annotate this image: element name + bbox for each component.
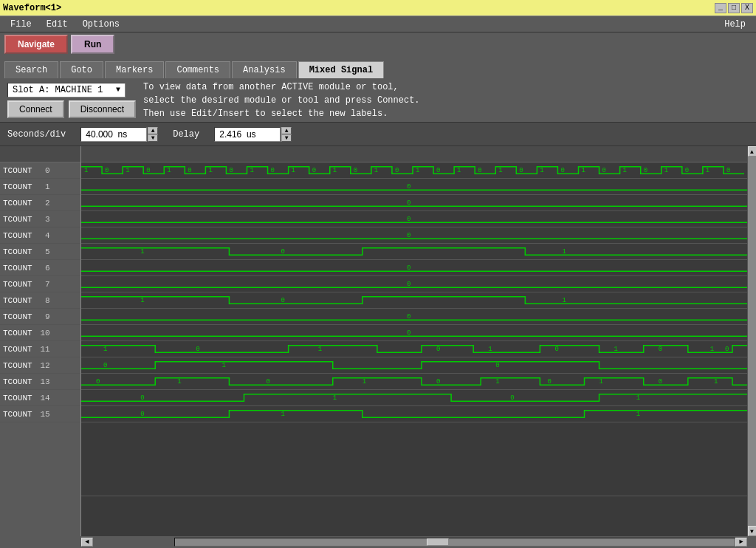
tab-analysis[interactable]: Analysis [232, 61, 297, 78]
tab-mixed-signal[interactable]: Mixed Signal [298, 61, 384, 78]
svg-text:1: 1 [562, 249, 566, 256]
svg-text:0: 0 [495, 363, 499, 370]
wave-svg-15: 0 1 1 [81, 406, 747, 422]
waveform-canvas[interactable]: 1 0 1 0 1 0 1 0 1 0 1 0 1 0 1 0 1 0 1 0 [81, 146, 747, 536]
tab-comments[interactable]: Comments [165, 61, 230, 78]
menu-help[interactable]: Help [717, 18, 753, 31]
menu-options[interactable]: Options [75, 18, 127, 31]
hscroll-track[interactable] [174, 538, 735, 547]
svg-text:0: 0 [726, 168, 730, 175]
run-button[interactable]: Run [71, 35, 114, 54]
signal-label-6: TCOUNT6 [0, 260, 80, 276]
maximize-button[interactable]: □ [728, 3, 740, 13]
svg-text:0: 0 [478, 168, 481, 175]
wave-row-1: 0 [81, 179, 747, 195]
scroll-down-button[interactable]: ▼ [748, 526, 757, 536]
svg-text:1: 1 [167, 168, 171, 175]
svg-text:1: 1 [250, 168, 254, 175]
connection-info: To view data from another ACTIVE module … [143, 81, 419, 120]
svg-text:1: 1 [636, 395, 640, 403]
timing-bar: Seconds/div ▲ ▼ Delay ▲ ▼ [0, 123, 756, 146]
svg-text:1: 1 [208, 168, 212, 175]
wave-svg-0: 1 0 1 0 1 0 1 0 1 0 1 0 1 0 1 0 1 0 1 0 [81, 162, 747, 178]
menu-edit[interactable]: Edit [39, 18, 75, 31]
hscroll-right-button[interactable]: ► [735, 538, 747, 547]
menu-file[interactable]: File [3, 18, 39, 31]
svg-text:0: 0 [602, 168, 606, 175]
svg-text:1: 1 [416, 168, 419, 175]
hscroll-left-button[interactable]: ◄ [81, 538, 93, 547]
window-controls: _ □ X [715, 3, 753, 13]
signal-label-2: TCOUNT2 [0, 195, 80, 211]
tab-goto[interactable]: Goto [60, 61, 103, 78]
svg-text:0: 0 [281, 298, 285, 305]
svg-text:1: 1 [599, 379, 603, 386]
seconds-div-input[interactable] [80, 127, 147, 142]
svg-text:0: 0 [659, 346, 662, 354]
wave-header-row [81, 146, 747, 162]
delay-input[interactable] [214, 127, 281, 142]
wave-svg-12: 0 1 0 [81, 357, 747, 373]
signal-label-8: TCOUNT8 [0, 292, 80, 309]
wave-svg-4: 0 [81, 227, 747, 243]
wave-row-13: 0 1 0 1 0 1 0 1 0 1 [81, 374, 747, 390]
title-bar: Waveform<1> _ □ X [0, 0, 756, 16]
header-label-row [0, 146, 80, 162]
scroll-up-button[interactable]: ▲ [748, 146, 757, 157]
svg-text:1: 1 [710, 346, 714, 354]
minimize-button[interactable]: _ [715, 3, 726, 13]
svg-text:0: 0 [685, 168, 689, 175]
waveform-area: TCOUNT0 TCOUNT1 TCOUNT2 TCOUNT3 TCOUNT4 … [0, 146, 756, 536]
label-column: TCOUNT0 TCOUNT1 TCOUNT2 TCOUNT3 TCOUNT4 … [0, 146, 81, 536]
svg-text:1: 1 [333, 395, 337, 403]
signal-label-10: TCOUNT10 [0, 325, 80, 341]
svg-text:1: 1 [562, 298, 566, 305]
svg-text:1: 1 [221, 363, 225, 370]
connection-left: Slot A: MACHINE 1 ▼ Connect Disconnect [7, 83, 136, 118]
svg-text:1: 1 [362, 379, 366, 386]
info-line-2: select the desired module or tool and pr… [143, 94, 419, 107]
svg-text:0: 0 [659, 379, 662, 386]
svg-text:1: 1 [582, 168, 585, 175]
svg-text:1: 1 [664, 168, 668, 175]
wave-row-3: 0 [81, 211, 747, 227]
svg-text:0: 0 [407, 200, 410, 208]
signal-label-11: TCOUNT11 [0, 341, 80, 357]
close-button[interactable]: X [741, 3, 753, 13]
svg-text:0: 0 [229, 168, 233, 175]
navigate-button[interactable]: Navigate [4, 35, 68, 54]
connect-button[interactable]: Connect [7, 100, 64, 118]
svg-text:0: 0 [436, 168, 440, 175]
delay-up-arrow[interactable]: ▲ [281, 127, 292, 134]
wave-row-2: 0 [81, 195, 747, 211]
slot-dropdown[interactable]: Slot A: MACHINE 1 ▼ [7, 83, 126, 97]
info-line-1: To view data from another ACTIVE module … [143, 81, 419, 94]
signal-label-1: TCOUNT1 [0, 179, 80, 195]
wave-row-15: 0 1 1 [81, 406, 747, 422]
svg-text:0: 0 [547, 379, 551, 386]
tab-markers[interactable]: Markers [105, 61, 164, 78]
svg-text:1: 1 [292, 168, 295, 175]
vscroll-track[interactable] [748, 157, 757, 526]
svg-text:1: 1 [614, 346, 618, 354]
svg-text:0: 0 [354, 168, 357, 175]
signal-label-13: TCOUNT13 [0, 374, 80, 390]
wave-svg-5: 1 0 1 [81, 244, 747, 259]
svg-text:0: 0 [140, 411, 144, 419]
svg-text:1: 1 [318, 346, 322, 354]
hscroll-thumb[interactable] [427, 538, 449, 546]
dropdown-arrow-icon: ▼ [116, 86, 120, 94]
signal-label-12: TCOUNT12 [0, 357, 80, 374]
connection-buttons: Connect Disconnect [7, 100, 136, 118]
wave-row-0: 1 0 1 0 1 0 1 0 1 0 1 0 1 0 1 0 1 0 1 0 [81, 162, 747, 179]
svg-text:1: 1 [84, 168, 88, 175]
seconds-div-down-arrow[interactable]: ▼ [148, 134, 158, 142]
delay-down-arrow[interactable]: ▼ [281, 134, 292, 142]
svg-text:1: 1 [706, 168, 709, 175]
seconds-div-up-arrow[interactable]: ▲ [148, 127, 158, 134]
disconnect-button[interactable]: Disconnect [69, 100, 136, 118]
wave-row-4: 0 [81, 227, 747, 244]
tab-search[interactable]: Search [4, 61, 58, 78]
svg-text:0: 0 [407, 233, 410, 240]
svg-text:0: 0 [271, 168, 275, 175]
